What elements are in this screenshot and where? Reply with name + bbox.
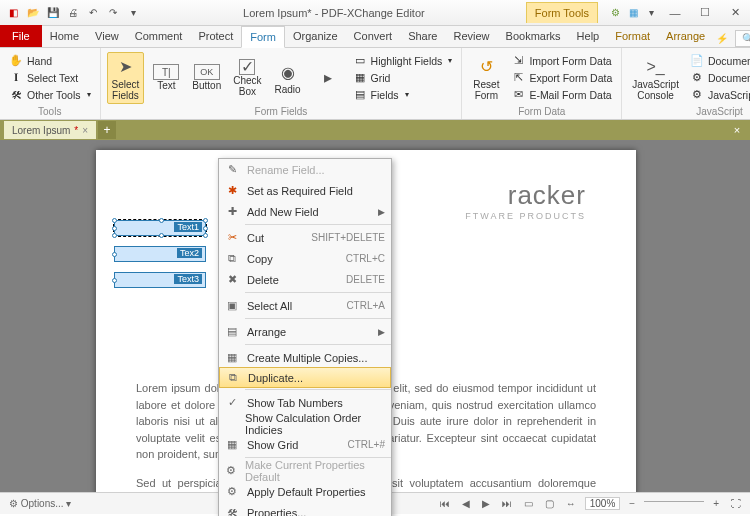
menu-properties[interactable]: 🛠Properties... <box>219 502 391 516</box>
button-field-button[interactable]: OKButton <box>188 62 225 93</box>
tab-convert[interactable]: Convert <box>346 25 401 47</box>
other-tools[interactable]: 🛠Other Tools▾ <box>6 87 94 103</box>
first-page-icon[interactable]: ⏮ <box>437 498 453 509</box>
ui-options-icon[interactable]: ⚙ <box>606 4 624 22</box>
form-field[interactable]: Text3 <box>114 272 206 288</box>
menu-duplicate[interactable]: ⧉Duplicate... <box>219 367 391 388</box>
fit-width-icon[interactable]: ↔ <box>563 498 579 509</box>
menu-show-tab-numbers[interactable]: ✓Show Tab Numbers <box>219 392 391 413</box>
menu-calc-order[interactable]: Show Calculation Order Indicies <box>219 413 391 434</box>
form-field[interactable]: Tex2 <box>114 246 206 262</box>
radio-field-button[interactable]: ◉Radio <box>270 58 306 97</box>
find-icon: 🔍 <box>742 33 750 44</box>
reset-form-button[interactable]: ↺Reset Form <box>468 53 504 103</box>
properties-icon: 🛠 <box>223 505 241 517</box>
ribbon-group-form-fields: ➤Select Fields T|Text OKButton ✓Check Bo… <box>101 48 463 119</box>
close-button[interactable]: ✕ <box>720 2 750 24</box>
undo-icon[interactable]: ↶ <box>84 4 102 22</box>
prev-page-icon[interactable]: ◀ <box>459 498 473 509</box>
layout-icon[interactable]: ▦ <box>624 4 642 22</box>
close-tab-icon[interactable]: × <box>82 125 88 136</box>
tab-comment[interactable]: Comment <box>127 25 191 47</box>
fields-more[interactable]: ▤Fields▾ <box>350 87 456 103</box>
view-mode-icon[interactable]: ▭ <box>521 498 536 509</box>
import-form-data[interactable]: ⇲Import Form Data <box>508 53 615 69</box>
zoom-value[interactable]: 100% <box>585 497 621 510</box>
quick-launch-icon[interactable]: ⚡ <box>713 29 731 47</box>
menu-delete[interactable]: ✖DeleteDELETE <box>219 269 391 290</box>
ribbon-group-form-data: ↺Reset Form ⇲Import Form Data ⇱Export Fo… <box>462 48 622 119</box>
tab-review[interactable]: Review <box>445 25 497 47</box>
menu-add-field[interactable]: ✚Add New Field▶ <box>219 201 391 222</box>
menu-copy[interactable]: ⧉CopyCTRL+C <box>219 248 391 269</box>
scissors-icon: ✂ <box>223 230 241 246</box>
text-field-button[interactable]: T|Text <box>148 62 184 93</box>
ibeam-icon: 𝐈 <box>9 71 23 85</box>
select-text-tool[interactable]: 𝐈Select Text <box>6 70 94 86</box>
zoom-in-icon[interactable]: + <box>710 498 722 509</box>
tab-arrange[interactable]: Arrange <box>658 25 713 47</box>
js-console-button[interactable]: >_JavaScript Console <box>628 53 683 103</box>
star-icon: ✱ <box>223 183 241 199</box>
menu-required[interactable]: ✱Set as Required Field <box>219 180 391 201</box>
maximize-button[interactable]: ☐ <box>690 2 720 24</box>
zoom-slider[interactable] <box>644 501 704 502</box>
check-icon: ✓ <box>223 395 241 411</box>
fullscreen-icon[interactable]: ⛶ <box>728 498 744 509</box>
file-tab[interactable]: File <box>0 25 42 47</box>
next-page-icon[interactable]: ▶ <box>479 498 493 509</box>
export-icon: ⇱ <box>511 71 525 85</box>
new-tab-button[interactable]: + <box>98 121 116 139</box>
last-page-icon[interactable]: ⏭ <box>499 498 515 509</box>
grid-toggle[interactable]: ▦Grid <box>350 70 456 86</box>
qat-dropdown-icon[interactable]: ▾ <box>642 4 660 22</box>
qat-more-icon[interactable]: ▾ <box>124 4 142 22</box>
menu-arrange[interactable]: ▤Arrange▶ <box>219 321 391 342</box>
zoom-out-icon[interactable]: − <box>626 498 638 509</box>
checkbox-field-button[interactable]: ✓Check Box <box>229 57 265 99</box>
tab-help[interactable]: Help <box>569 25 608 47</box>
tab-bookmarks[interactable]: Bookmarks <box>498 25 569 47</box>
tab-organize[interactable]: Organize <box>285 25 346 47</box>
menu-select-all[interactable]: ▣Select AllCTRL+A <box>219 295 391 316</box>
javascript-options[interactable]: ⚙JavaScript Options <box>687 87 750 103</box>
contextual-tab-label: Form Tools <box>526 2 598 23</box>
email-form-data[interactable]: ✉E-Mail Form Data <box>508 87 615 103</box>
print-icon[interactable]: 🖨 <box>64 4 82 22</box>
reset-icon: ↺ <box>474 55 498 79</box>
more-fields[interactable]: ▸ <box>310 64 346 92</box>
tab-view[interactable]: View <box>87 25 127 47</box>
fit-page-icon[interactable]: ▢ <box>542 498 557 509</box>
ribbon-group-javascript: >_JavaScript Console 📄Document JavaScrip… <box>622 48 750 119</box>
tab-format[interactable]: Format <box>607 25 658 47</box>
title-bar: ◧ 📂 💾 🖨 ↶ ↷ ▾ Lorem Ipsum* - PDF-XChange… <box>0 0 750 26</box>
submenu-arrow-icon: ▶ <box>378 327 385 337</box>
document-tab[interactable]: Lorem Ipsum*× <box>4 121 96 139</box>
save-icon[interactable]: 💾 <box>44 4 62 22</box>
options-button[interactable]: ⚙ Options... ▾ <box>6 498 74 509</box>
tab-protect[interactable]: Protect <box>190 25 241 47</box>
tab-form[interactable]: Form <box>241 26 285 48</box>
minimize-button[interactable]: — <box>660 2 690 24</box>
tab-share[interactable]: Share <box>400 25 445 47</box>
open-icon[interactable]: 📂 <box>24 4 42 22</box>
app-icon[interactable]: ◧ <box>4 4 22 22</box>
select-fields-button[interactable]: ➤Select Fields <box>107 52 145 104</box>
hand-tool[interactable]: ✋Hand <box>6 53 94 69</box>
document-javascript[interactable]: 📄Document JavaScript <box>687 53 750 69</box>
menu-make-default: ⚙Make Current Properties Default <box>219 460 391 481</box>
export-form-data[interactable]: ⇱Export Form Data <box>508 70 615 86</box>
tabstrip-close-icon[interactable]: × <box>728 124 746 136</box>
highlight-fields[interactable]: ▭Highlight Fields▾ <box>350 53 456 69</box>
chevron-right-icon: ▸ <box>316 66 340 90</box>
copy-icon: ⧉ <box>223 251 241 267</box>
menu-apply-default[interactable]: ⚙Apply Default Properties <box>219 481 391 502</box>
menu-show-grid[interactable]: ▦Show GridCTRL+# <box>219 434 391 455</box>
redo-icon[interactable]: ↷ <box>104 4 122 22</box>
find-button[interactable]: 🔍Find... <box>735 30 750 47</box>
tab-home[interactable]: Home <box>42 25 87 47</box>
menu-multiple-copies[interactable]: ▦Create Multiple Copies... <box>219 347 391 368</box>
menu-cut[interactable]: ✂CutSHIFT+DELETE <box>219 227 391 248</box>
document-actions[interactable]: ⚙Document Actions <box>687 70 750 86</box>
form-field[interactable]: Text1 <box>114 220 206 236</box>
